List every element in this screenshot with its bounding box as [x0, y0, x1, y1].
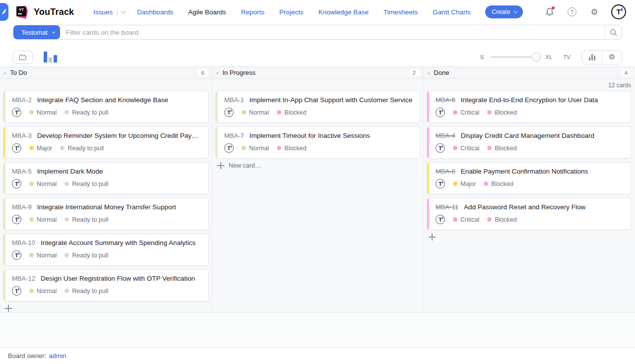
issue-title[interactable]: Implement Dark Mode: [37, 168, 103, 175]
board-card[interactable]: MBA-4 Display Credit Card Management Das…: [427, 126, 632, 159]
priority-field[interactable]: Normal: [29, 109, 57, 116]
column-header-in-progress[interactable]: ‹ In Progress 2: [212, 67, 423, 78]
project-selector-button[interactable]: Testomat: [13, 25, 60, 39]
tv-mode-button[interactable]: TV: [563, 54, 571, 60]
sprint-folder-button[interactable]: [13, 51, 33, 64]
issue-id[interactable]: MBA-5: [12, 168, 32, 175]
nav-item[interactable]: Timesheets: [376, 5, 425, 19]
user-avatar[interactable]: T: [611, 4, 626, 19]
issue-id[interactable]: MBA-8: [436, 168, 455, 175]
assignee-avatar[interactable]: T: [12, 250, 21, 260]
status-field[interactable]: Blocked: [277, 145, 306, 152]
board-card[interactable]: MBA-7 Implement Timeout for Inactive Ses…: [215, 126, 420, 159]
status-field[interactable]: Ready to pull: [64, 109, 108, 116]
status-field[interactable]: Ready to pull: [64, 216, 108, 223]
priority-field[interactable]: Normal: [242, 145, 269, 152]
board-card[interactable]: MBA-9 Integrate International Money Tran…: [3, 198, 209, 230]
search-button[interactable]: [605, 25, 622, 39]
create-button[interactable]: Create: [485, 5, 523, 18]
priority-field[interactable]: Critical: [453, 216, 479, 223]
issue-id[interactable]: MBA-11: [436, 203, 458, 211]
settings-button[interactable]: ⚙: [589, 6, 600, 17]
board-settings-button[interactable]: ⚙: [602, 51, 622, 64]
priority-field[interactable]: Normal: [29, 181, 57, 187]
issue-title[interactable]: Integrate Account Summary with Spending …: [41, 239, 195, 246]
issue-id[interactable]: MBA-4: [436, 132, 455, 139]
nav-issues-label[interactable]: Issues: [93, 8, 113, 16]
status-field[interactable]: Ready to pull: [64, 252, 108, 259]
issue-title[interactable]: Develop Reminder System for Upcoming Cre…: [37, 132, 202, 139]
priority-field[interactable]: Normal: [29, 216, 57, 223]
assignee-avatar[interactable]: T: [436, 179, 445, 188]
status-field[interactable]: Ready to pull: [64, 288, 108, 295]
assignee-avatar[interactable]: T: [12, 108, 21, 117]
new-card-button[interactable]: New card…: [217, 162, 420, 169]
issue-id[interactable]: MBA-2: [12, 96, 32, 104]
status-field[interactable]: Ready to pull: [60, 145, 104, 152]
youtrack-logo[interactable]: YT: [14, 4, 29, 19]
column-header-todo[interactable]: ‹ To Do 6: [0, 67, 212, 78]
nav-item[interactable]: Gantt Charts: [425, 5, 478, 19]
board-card[interactable]: MBA-3 Develop Reminder System for Upcomi…: [3, 126, 209, 159]
status-field[interactable]: Blocked: [484, 181, 513, 187]
assignee-avatar[interactable]: T: [436, 143, 445, 153]
issue-id[interactable]: MBA-9: [12, 203, 32, 211]
board-card[interactable]: MBA-12 Design User Registration Flow wit…: [3, 269, 209, 302]
priority-field[interactable]: Normal: [242, 109, 269, 116]
status-field[interactable]: Blocked: [277, 109, 306, 116]
issue-id[interactable]: MBA-7: [224, 132, 244, 139]
issue-id[interactable]: MBA-10: [12, 239, 35, 246]
assignee-avatar[interactable]: T: [224, 108, 234, 117]
issue-title[interactable]: Integrate FAQ Section and Knowledge Base: [37, 96, 168, 104]
board-owner-link[interactable]: admin: [49, 352, 66, 360]
priority-field[interactable]: Major: [29, 145, 52, 152]
board-card[interactable]: MBA-1 Implement In-App Chat Support with…: [215, 91, 420, 123]
board-card[interactable]: MBA-6 Integrate End-to-End Encryption fo…: [427, 91, 632, 123]
collapse-column-icon[interactable]: ‹: [428, 69, 430, 76]
add-card-button[interactable]: [429, 234, 632, 243]
burndown-chart-button[interactable]: [582, 51, 602, 64]
status-field[interactable]: Blocked: [487, 216, 516, 223]
board-card[interactable]: MBA-10 Integrate Account Summary with Sp…: [3, 234, 209, 266]
priority-field[interactable]: Critical: [453, 145, 479, 152]
assignee-avatar[interactable]: T: [12, 215, 21, 224]
issue-title[interactable]: Design User Registration Flow with OTP V…: [41, 275, 195, 282]
assignee-avatar[interactable]: T: [436, 108, 445, 117]
board-card[interactable]: MBA-5 Implement Dark Mode T Normal: [3, 162, 209, 194]
column-header-done[interactable]: ‹ Done 4: [423, 67, 635, 78]
help-button[interactable]: ?: [567, 6, 577, 17]
priority-field[interactable]: Normal: [29, 252, 57, 259]
issue-title[interactable]: Integrate End-to-End Encryption for User…: [461, 96, 598, 104]
priority-field[interactable]: Normal: [29, 288, 57, 295]
collapse-column-icon[interactable]: ‹: [4, 69, 6, 76]
status-field[interactable]: Ready to pull: [64, 181, 108, 187]
assignee-avatar[interactable]: T: [12, 179, 21, 188]
chevron-down-icon[interactable]: [121, 9, 126, 14]
assignee-avatar[interactable]: T: [436, 215, 445, 224]
sidebar-toggle-button[interactable]: [0, 3, 8, 21]
issue-title[interactable]: Enable Payment Confirmation Notification…: [461, 168, 588, 175]
nav-item[interactable]: Dashboards: [129, 5, 181, 19]
assignee-avatar[interactable]: T: [12, 286, 21, 296]
issue-id[interactable]: MBA-6: [436, 96, 455, 104]
board-progress-chart-icon[interactable]: [44, 52, 57, 62]
add-card-button[interactable]: [5, 305, 209, 314]
nav-item[interactable]: Knowledge Base: [311, 5, 376, 19]
nav-item[interactable]: Agile Boards: [181, 5, 234, 19]
assignee-avatar[interactable]: T: [12, 143, 21, 153]
filter-cards-input[interactable]: [60, 25, 605, 39]
board-card[interactable]: MBA-2 Integrate FAQ Section and Knowledg…: [3, 91, 209, 123]
nav-item[interactable]: Reports: [234, 5, 272, 19]
issue-title[interactable]: Add Password Reset and Recovery Flow: [464, 203, 585, 211]
issue-id[interactable]: MBA-3: [12, 132, 32, 139]
assignee-avatar[interactable]: T: [224, 143, 234, 153]
notifications-button[interactable]: [544, 6, 555, 17]
issue-title[interactable]: Integrate International Money Transfer S…: [37, 203, 176, 211]
nav-item[interactable]: Projects: [272, 5, 311, 19]
card-size-slider[interactable]: [491, 53, 536, 61]
collapse-column-icon[interactable]: ‹: [216, 69, 218, 76]
priority-field[interactable]: Major: [453, 181, 476, 187]
issue-title[interactable]: Implement Timeout for Inactive Sessions: [250, 132, 370, 139]
board-card[interactable]: MBA-11 Add Password Reset and Recovery F…: [427, 198, 632, 230]
issue-title[interactable]: Implement In-App Chat Support with Custo…: [250, 96, 413, 104]
